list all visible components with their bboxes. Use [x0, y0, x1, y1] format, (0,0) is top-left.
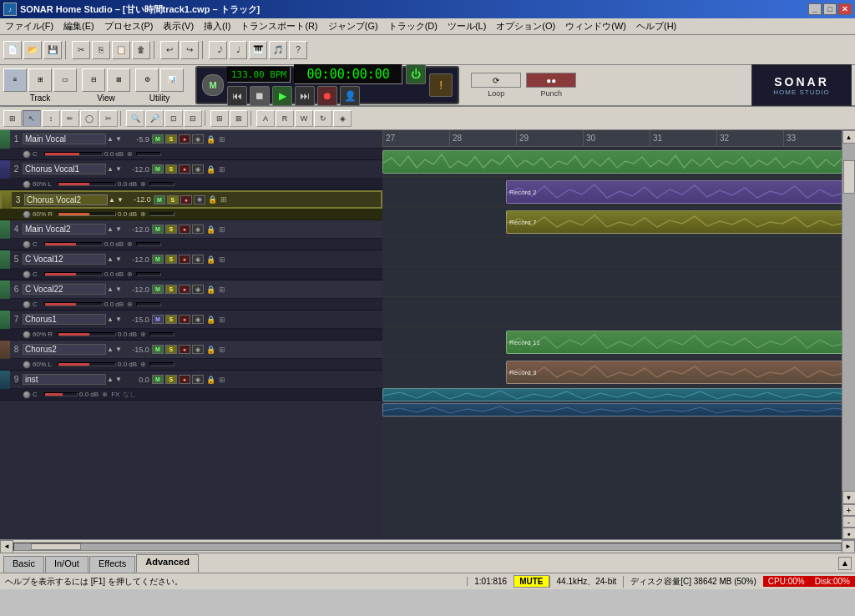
track-6-rec[interactable]: ●	[179, 285, 190, 294]
track-8-arrow-down[interactable]: ▼	[115, 346, 122, 353]
track-6-monitor[interactable]: ◉	[192, 285, 204, 294]
track-3-mute[interactable]: M	[154, 195, 165, 204]
track-3-solo[interactable]: S	[167, 195, 179, 204]
h-scroll-right[interactable]: ►	[842, 540, 855, 553]
redo-button[interactable]: ↪	[180, 41, 199, 59]
track-5-solo[interactable]: S	[165, 255, 177, 264]
audio-block-3[interactable]: Record 7	[506, 210, 850, 234]
tempo-button[interactable]: ♩	[229, 41, 247, 59]
track-7-arrow-up[interactable]: ▲	[107, 316, 114, 323]
record-btn[interactable]: ⏺	[317, 86, 337, 106]
v-scroll-up[interactable]: ▲	[842, 130, 856, 144]
tab-expand[interactable]: ▲	[838, 557, 852, 570]
snap-btn[interactable]: ⊞	[3, 110, 22, 127]
track-3-fader[interactable]	[58, 212, 116, 216]
erase-btn[interactable]: ◯	[80, 110, 99, 127]
zoom-in-btn[interactable]: +	[842, 504, 856, 516]
menu-help[interactable]: ヘルプ(H)	[631, 18, 681, 34]
audio-block-7[interactable]: Record 11	[506, 331, 850, 354]
paste-button[interactable]: 📋	[112, 41, 130, 59]
track-9-monitor[interactable]: ◉	[192, 375, 204, 384]
loop-edit-btn[interactable]: ↻	[314, 110, 332, 127]
tab-advanced[interactable]: Advanced	[136, 554, 199, 573]
forward-btn[interactable]: ⏭	[295, 86, 315, 106]
alert-btn[interactable]: !	[429, 73, 453, 97]
track-4-arrow-down[interactable]: ▼	[115, 225, 122, 233]
track-4-pan-knob[interactable]	[23, 240, 31, 249]
audio-block-9a[interactable]	[382, 388, 850, 401]
track-9-pan-knob[interactable]	[23, 391, 31, 399]
track-5-arrow-up[interactable]: ▲	[107, 255, 114, 263]
track-6-fader[interactable]	[44, 302, 103, 306]
track-1-solo[interactable]: S	[165, 134, 177, 144]
play-btn[interactable]: ▶	[272, 86, 292, 106]
menu-insert[interactable]: 挿入(I)	[199, 18, 235, 34]
tab-basic[interactable]: Basic	[3, 556, 44, 573]
track-5-name[interactable]	[23, 254, 106, 265]
track-9-rec[interactable]: ●	[179, 375, 190, 384]
menu-process[interactable]: プロセス(P)	[99, 18, 159, 34]
track-1-rec[interactable]: ●	[179, 134, 190, 144]
track-7-fader[interactable]	[58, 332, 116, 336]
track-2-monitor[interactable]: ◉	[192, 164, 204, 174]
h-scroll-left[interactable]: ◄	[0, 540, 13, 553]
power-btn[interactable]: ⏻	[406, 64, 426, 84]
menu-window[interactable]: ウィンドウ(W)	[560, 18, 631, 34]
menu-file[interactable]: ファイル(F)	[0, 18, 58, 34]
h-scroll-thumb[interactable]	[31, 543, 81, 550]
snap-grid-btn[interactable]: ⊠	[230, 110, 248, 127]
track-1-arrow-up[interactable]: ▲	[107, 135, 114, 143]
zoom-fit-btn[interactable]: ⊡	[164, 110, 183, 127]
menu-transport[interactable]: トランスポート(R)	[235, 18, 322, 34]
midi-button[interactable]: 🎹	[249, 41, 267, 59]
cut-button[interactable]: ✂	[72, 41, 90, 59]
metronome-on-btn[interactable]: M	[202, 74, 224, 96]
menu-edit[interactable]: 編集(E)	[58, 18, 99, 34]
menu-jump[interactable]: ジャンプ(G)	[323, 18, 383, 34]
track-8-pan-knob[interactable]	[23, 361, 31, 369]
track-5-monitor[interactable]: ◉	[192, 255, 204, 264]
track-2-fader[interactable]	[58, 182, 116, 186]
track-3-arrow-up[interactable]: ▲	[109, 196, 115, 204]
track-2-mute[interactable]: M	[152, 164, 164, 174]
track-9-mute[interactable]: M	[152, 375, 164, 384]
track-3-name[interactable]	[24, 194, 108, 205]
menu-options[interactable]: オプション(O)	[491, 18, 560, 34]
track-6-mute[interactable]: M	[152, 285, 164, 294]
track-4-name[interactable]	[23, 224, 106, 235]
undo-button[interactable]: ↩	[160, 41, 179, 59]
zoom-reset-btn[interactable]: ●	[842, 528, 856, 539]
track-8-monitor[interactable]: ◉	[192, 345, 204, 354]
track-2-arrow-down[interactable]: ▼	[115, 165, 122, 173]
menu-track[interactable]: トラック(D)	[383, 18, 443, 34]
grid-btn[interactable]: ⊞	[210, 110, 229, 127]
track-9-arrow-down[interactable]: ▼	[115, 376, 122, 383]
track-5-fader[interactable]	[44, 272, 103, 276]
track-2-solo[interactable]: S	[165, 164, 177, 174]
tab-effects[interactable]: Effects	[89, 556, 135, 573]
track-5-arrow-down[interactable]: ▼	[115, 255, 122, 263]
write-btn[interactable]: W	[295, 110, 313, 127]
track-6-arrow-down[interactable]: ▼	[115, 285, 122, 293]
track-7-name[interactable]	[23, 314, 106, 325]
track-1-pan-knob[interactable]	[23, 150, 31, 159]
track-8-name[interactable]	[23, 344, 106, 355]
track-2-arrow-up[interactable]: ▲	[107, 165, 114, 173]
rewind-btn[interactable]: ⏮	[227, 86, 247, 106]
track-8-solo[interactable]: S	[165, 345, 177, 354]
view-btn2[interactable]: ⊠	[107, 68, 130, 92]
track-icon-btn[interactable]: ≡	[3, 68, 27, 92]
minimize-button[interactable]: _	[808, 3, 822, 15]
audio-button[interactable]: 🎵	[269, 41, 287, 59]
track-8-mute[interactable]: M	[152, 345, 164, 354]
audio-block-1[interactable]	[382, 150, 850, 174]
open-button[interactable]: 📂	[23, 41, 42, 59]
track-2-rec[interactable]: ●	[179, 164, 190, 174]
track-9-arrow-up[interactable]: ▲	[107, 376, 114, 383]
stop-btn[interactable]: ⏹	[250, 86, 270, 106]
menu-tools[interactable]: ツール(L)	[443, 18, 491, 34]
track-1-name[interactable]	[23, 134, 106, 144]
v-scroll-thumb[interactable]	[843, 160, 855, 194]
track-1-mute[interactable]: M	[152, 134, 164, 144]
scrub-btn[interactable]: ✂	[99, 110, 118, 127]
